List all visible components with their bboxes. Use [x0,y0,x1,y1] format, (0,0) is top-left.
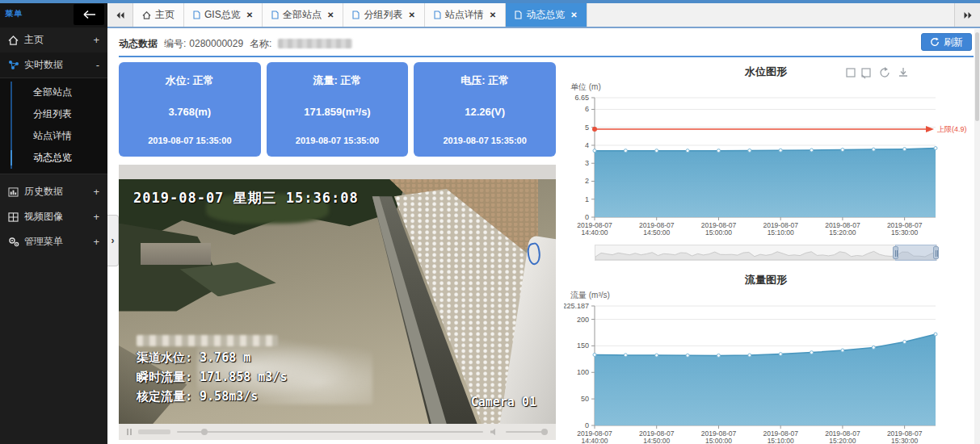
sidebar-item-label: 实时数据 [24,58,96,72]
sidebar-item-label: 视频图像 [24,210,93,224]
refresh-button[interactable]: 刷新 [921,33,972,51]
water-level-datazoom[interactable] [595,245,937,261]
header-divider [119,56,974,57]
sidebar-item-realtime-data[interactable]: 实时数据 - [0,52,107,77]
datazoom-window[interactable] [895,245,936,261]
home-icon [142,11,151,19]
tabs-scroll-right-button[interactable] [954,3,980,27]
tab-close-icon[interactable]: ✕ [327,10,334,19]
file-icon [515,10,522,19]
card-value: 12.26(V) [418,106,551,118]
card-title: 水位: 正常 [124,73,256,88]
tab-dynamic-overview[interactable]: 动态总览 ✕ [506,3,587,27]
svg-text:15:00:00: 15:00:00 [705,228,732,237]
expand-plus-icon: + [93,34,99,46]
card-value: 171.859(m³/s) [271,106,404,118]
card-value: 3.768(m) [124,106,256,118]
svg-text:流量 (m³/s): 流量 (m³/s) [570,291,610,299]
volume-icon[interactable] [490,428,499,436]
video-rated-flow-overlay: 核定流量: 9.58m3/s [137,389,258,404]
refresh-icon [930,37,940,47]
water-level-card[interactable]: 水位: 正常 3.768(m) 2019-08-07 15:35:00 [119,62,261,157]
collapse-minus-icon: - [96,59,99,71]
svg-text:15:10:00: 15:10:00 [768,437,794,444]
flow-card[interactable]: 流量: 正常 171.859(m³/s) 2019-08-07 15:35:00 [267,62,409,157]
masonry-wall [141,243,211,265]
tabs-scroll-left-button[interactable] [107,3,133,27]
svg-text:100: 100 [577,368,589,376]
sidebar-brand: 菜单 [5,8,23,19]
tab-station-detail[interactable]: 站点详情 ✕ [425,3,506,27]
sidebar-item-station-detail[interactable]: 站点详情 [12,125,107,147]
double-chevron-right-icon [963,11,973,19]
flow-chart[interactable]: 流量图形流量 (m³/s)225.1872001501005002019-08-… [564,270,980,444]
svg-text:15:20:00: 15:20:00 [829,228,856,237]
sidebar-collapse-handle[interactable]: › [107,215,119,266]
sidebar-item-admin-menu[interactable]: 管理菜单 + [0,229,107,254]
video-station-name-redacted [137,335,278,346]
page-title: 动态数据 [119,37,158,51]
voltage-card[interactable]: 电压: 正常 12.26(V) 2019-08-07 15:35:00 [414,62,556,157]
tab-close-icon[interactable]: ✕ [408,10,414,19]
svg-text:上限(4.9): 上限(4.9) [937,125,967,133]
tab-close-icon[interactable]: ✕ [490,10,496,19]
station-code-label: 编号: [164,37,186,51]
svg-text:1: 1 [585,195,589,203]
tab-group-list[interactable]: 分组列表 ✕ [343,3,424,27]
refresh-label: 刷新 [944,36,963,49]
file-icon [271,10,279,19]
sidebar-item-home[interactable]: 主页 + [0,27,107,52]
sidebar-item-history-data[interactable]: 历史数据 + [0,179,107,204]
content-header: 动态数据 编号: 0280000029 名称: 刷新 [119,35,974,52]
double-chevron-left-icon [116,11,125,19]
main-area: 主页 GIS总览 ✕ 全部站点 ✕ 分组列表 ✕ 站点详情 ✕ [107,3,980,444]
arrow-left-icon [82,10,96,19]
video-water-level-overlay: 渠道水位: 3.768 m [137,350,250,366]
tab-close-icon[interactable]: ✕ [570,10,577,19]
river-camera-frame: 2019-08-07 星期三 15:36:08 渠道水位: 3.768 m 瞬时… [119,179,556,424]
file-icon [193,10,200,19]
sidebar-item-all-stations[interactable]: 全部站点 [12,82,107,103]
top-accent-bar [0,0,980,3]
pause-icon[interactable] [127,429,132,435]
nodes-icon [8,60,24,70]
home-icon [8,36,24,45]
video-time-text [138,429,170,434]
sidebar-item-label: 管理菜单 [24,235,93,249]
volume-slider[interactable] [506,431,548,433]
video-progress-slider[interactable] [177,431,483,433]
svg-text:0: 0 [585,421,589,429]
video-controls-bar [119,424,556,440]
svg-text:14:40:00: 14:40:00 [581,228,608,237]
datazoom-handle[interactable] [933,246,939,259]
svg-text:15:10:00: 15:10:00 [768,228,794,237]
content-area: 动态数据 编号: 0280000029 名称: 刷新 [107,28,980,442]
svg-text:6.65: 6.65 [574,94,589,102]
sidebar: 菜单 主页 + 实时数据 - [0,0,107,444]
video-timestamp-overlay: 2019-08-07 星期三 15:36:08 [133,189,359,207]
sidebar-item-group-list[interactable]: 分组列表 [12,103,107,125]
sidebar-item-label: 历史数据 [24,185,93,199]
camera-video-player[interactable]: 2019-08-07 星期三 15:36:08 渠道水位: 3.768 m 瞬时… [119,165,556,440]
water-level-chart[interactable]: 水位图形单位 (m)6.656543210上限(4.9)2019-08-0714… [564,62,980,245]
svg-text:0: 0 [585,213,589,221]
expand-plus-icon: + [93,211,99,223]
expand-plus-icon: + [93,236,99,248]
page-scrollbar[interactable] [974,29,980,444]
tab-gis-overview[interactable]: GIS总览 ✕ [184,3,263,27]
station-name-label: 名称: [250,37,271,51]
datazoom-handle[interactable] [893,246,898,259]
dynamic-overview-page: 菜单 主页 + 实时数据 - [0,0,980,444]
file-icon [434,10,441,19]
status-cards: 水位: 正常 3.768(m) 2019-08-07 15:35:00 流量: … [119,62,556,157]
svg-text:200: 200 [577,316,589,324]
sidebar-item-dynamic-overview[interactable]: 动态总览 [12,147,107,169]
sidebar-item-video-image[interactable]: 视频图像 + [0,204,107,229]
tab-home[interactable]: 主页 [133,3,184,27]
gears-icon [8,237,24,247]
svg-text:2: 2 [585,177,589,185]
tab-all-stations[interactable]: 全部站点 ✕ [263,3,343,27]
sidebar-collapse-button[interactable] [74,4,104,25]
svg-text:225.187: 225.187 [564,302,589,310]
tab-close-icon[interactable]: ✕ [246,10,253,19]
